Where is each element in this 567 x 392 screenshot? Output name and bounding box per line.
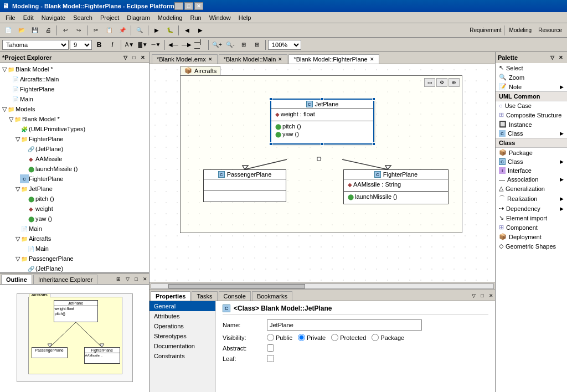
hscroll-thumb[interactable] xyxy=(168,284,305,288)
vis-protected[interactable]: Protected xyxy=(331,334,366,341)
palette-interface[interactable]: I Interface xyxy=(496,166,567,175)
pe-minimize[interactable]: ▽ xyxy=(121,54,129,61)
tree-item-blank-model-2[interactable]: ▽ 📁 Blank Model * xyxy=(0,114,149,124)
palette-min-btn[interactable]: ▽ xyxy=(548,54,556,61)
zoom-select[interactable]: 100% xyxy=(268,40,301,50)
palette-instance[interactable]: 🔲 Instance xyxy=(496,120,567,129)
palette-association[interactable]: — Association ▶ xyxy=(496,175,567,184)
back-button[interactable]: ◀ xyxy=(181,25,193,36)
paste-button[interactable]: 📌 xyxy=(116,25,128,36)
close-tab-fighterplane[interactable]: ✕ xyxy=(370,56,374,62)
pkg-btn-3[interactable]: ⊕ xyxy=(449,78,460,87)
pe-maximize[interactable]: □ xyxy=(130,54,138,61)
tree-item-jetplane-assoc[interactable]: 🔗 (JetPlane) xyxy=(0,144,149,154)
tab-console[interactable]: Console xyxy=(219,291,251,301)
props-general[interactable]: General xyxy=(150,301,215,311)
font-color-button[interactable]: A▼ xyxy=(123,39,136,50)
tab-properties[interactable]: Properties xyxy=(151,291,190,301)
outline-layout-btn[interactable]: ⊞ xyxy=(115,275,122,283)
props-stereotypes[interactable]: Stereotypes xyxy=(150,331,215,341)
grid-button[interactable]: ⊞ xyxy=(251,39,263,50)
tree-item-passengerplane-pkg[interactable]: ▽ 📁 PassengerPlane xyxy=(0,254,149,264)
print-button[interactable]: 🖨 xyxy=(42,25,54,36)
redo-button[interactable]: ↪ xyxy=(73,25,85,36)
tree-item-fighterplane-class[interactable]: C FighterPlane xyxy=(0,174,149,184)
align-center[interactable]: —|— xyxy=(194,39,206,50)
menu-file[interactable]: File xyxy=(2,14,19,22)
modeling-tab[interactable]: Modeling xyxy=(507,25,535,36)
vis-private[interactable]: Private xyxy=(298,334,326,341)
props-min-btn[interactable]: ▽ xyxy=(470,292,477,300)
palette-class-uml[interactable]: C Class ▶ xyxy=(496,129,567,138)
palette-section-class[interactable]: Class xyxy=(496,138,567,148)
menu-run[interactable]: Run xyxy=(187,14,204,22)
tab-tasks[interactable]: Tasks xyxy=(192,291,217,301)
handle-bc[interactable] xyxy=(321,142,324,146)
tree-item-models[interactable]: ▽ 📁 Models xyxy=(0,104,149,114)
tree-item-aircrafts-main[interactable]: 📄 Aircrafts::Main xyxy=(0,74,149,84)
handle-tc[interactable] xyxy=(321,97,324,101)
tree-item-yaw[interactable]: ⬤ yaw () xyxy=(0,214,149,224)
line-color-button[interactable]: ─▼ xyxy=(150,39,162,50)
menu-search[interactable]: Search xyxy=(70,14,96,22)
tab-outline[interactable]: Outline xyxy=(1,275,32,284)
palette-generalization[interactable]: △ Generalization xyxy=(496,184,567,193)
resource-tab[interactable]: Resource xyxy=(535,25,565,36)
forward-button[interactable]: ▶ xyxy=(194,25,207,36)
palette-class[interactable]: C Class ▶ xyxy=(496,157,567,166)
tree-item-blank-model-1[interactable]: ▽ 📁 Blank Model * xyxy=(0,64,149,74)
close-button[interactable]: ✕ xyxy=(194,2,203,10)
font-size-select[interactable]: 9 xyxy=(70,40,92,50)
open-button[interactable]: 📂 xyxy=(16,25,28,36)
tree-item-pitch[interactable]: ⬤ pitch () xyxy=(0,194,149,204)
handle-bl[interactable] xyxy=(269,142,272,146)
palette-close-btn[interactable]: ✕ xyxy=(557,54,565,61)
menu-edit[interactable]: Edit xyxy=(20,14,37,22)
menu-help[interactable]: Help xyxy=(235,14,255,22)
copy-button[interactable]: 📋 xyxy=(103,25,115,36)
palette-realization[interactable]: ⌒ Realization ▶ xyxy=(496,193,567,204)
palette-element-import[interactable]: ↘ Element import xyxy=(496,213,567,223)
palette-composite-structure[interactable]: ⊞ Composite Structure xyxy=(496,110,567,120)
handle-tl[interactable] xyxy=(269,97,272,101)
tree-item-uml-primitive[interactable]: 🧩 (UMLPrimitiveTypes) xyxy=(0,124,149,134)
tree-item-aamissile[interactable]: ◆ AAMissile xyxy=(0,154,149,164)
align-right[interactable]: —▶ xyxy=(181,39,193,50)
tree-item-fighterplane-pkg[interactable]: ▽ 📁 FighterPlane xyxy=(0,134,149,144)
vis-public[interactable]: Public xyxy=(267,334,292,341)
tree-item-jetplane-pkg[interactable]: ▽ 📁 JetPlane xyxy=(0,184,149,194)
menu-window[interactable]: Window xyxy=(206,14,234,22)
debug-button[interactable]: 🐛 xyxy=(164,25,176,36)
menu-modeling[interactable]: Modeling xyxy=(154,14,186,22)
zoom-in[interactable]: 🔍+ xyxy=(211,39,223,50)
align-left[interactable]: ◀— xyxy=(167,39,179,50)
tree-item-main-1[interactable]: 📄 Main xyxy=(0,94,149,104)
tab-blank-model-main[interactable]: *Blank Model::Main ✕ xyxy=(219,54,288,64)
props-close-btn[interactable]: ✕ xyxy=(487,292,495,300)
close-tab-main[interactable]: ✕ xyxy=(278,56,282,62)
palette-section-uml-common[interactable]: UML Common xyxy=(496,91,567,101)
hscroll-track[interactable] xyxy=(151,283,494,289)
tab-blank-model-emx[interactable]: *Blank Model.emx ✕ xyxy=(152,54,218,64)
font-select[interactable]: Tahoma xyxy=(2,40,69,50)
palette-dependency[interactable]: ⇢ Dependency ▶ xyxy=(496,204,567,213)
props-constraints[interactable]: Constraints xyxy=(150,351,215,361)
save-button[interactable]: 💾 xyxy=(29,25,41,36)
tab-blank-model-fighterplane[interactable]: *Blank Model::FighterPlane ✕ xyxy=(288,54,379,64)
tree-item-weight[interactable]: ◆ weight xyxy=(0,204,149,214)
palette-note[interactable]: 📝 Note ▶ xyxy=(496,82,567,91)
tab-inheritance[interactable]: Inheritance Explorer xyxy=(33,275,97,284)
tree-item-aircrafts-pkg[interactable]: ▽ 📁 Aircrafts xyxy=(0,234,149,244)
bold-button[interactable]: B xyxy=(93,39,105,50)
search-button[interactable]: 🔍 xyxy=(133,25,146,36)
palette-geometric-shapes[interactable]: ◇ Geometric Shapes xyxy=(496,241,567,251)
zoom-out[interactable]: 🔍- xyxy=(224,39,236,50)
props-max-btn[interactable]: □ xyxy=(478,292,486,300)
bg-color-button[interactable]: ▓▼ xyxy=(137,39,149,50)
props-abstract-check[interactable] xyxy=(267,344,274,352)
pkg-btn-1[interactable]: ▭ xyxy=(424,78,435,87)
tree-item-fighterplane-1[interactable]: 📄 FighterPlane xyxy=(0,84,149,94)
close-tab-emx[interactable]: ✕ xyxy=(208,56,213,62)
cut-button[interactable]: ✂ xyxy=(90,25,102,36)
fighterplane-class[interactable]: C FighterPlane ◆ AAMissile : String ⬤ la… xyxy=(343,169,449,204)
